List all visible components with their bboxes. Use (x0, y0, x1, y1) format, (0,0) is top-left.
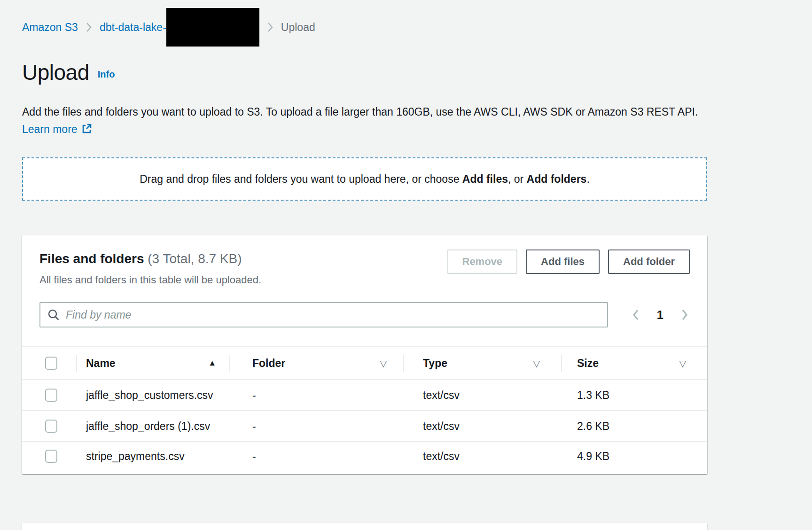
panel-subtitle: All files and folders in this table will… (39, 274, 261, 286)
next-page-button[interactable] (680, 308, 689, 322)
column-header-folder[interactable]: Folder▽ (229, 347, 403, 380)
sort-icon: ▽ (380, 358, 387, 369)
info-link[interactable]: Info (98, 69, 115, 79)
page-number[interactable]: 1 (657, 308, 664, 322)
table-row: stripe_payments.csv - text/csv 4.9 KB (22, 442, 707, 472)
pagination: 1 (632, 308, 689, 322)
file-type: text/csv (403, 442, 561, 472)
table-row: jaffle_shop_customers.csv - text/csv 1.3… (22, 380, 707, 411)
chevron-right-icon (680, 308, 689, 322)
next-section-card-edge (22, 523, 707, 530)
select-all-checkbox[interactable] (45, 357, 57, 370)
file-size: 4.9 KB (561, 442, 707, 472)
table-header-row: Name▲ Folder▽ Type▽ Size▽ (22, 347, 707, 380)
breadcrumb-bucket-label[interactable]: dbt-data-lake- (100, 21, 166, 34)
breadcrumb-amazon-s3-link[interactable]: Amazon S3 (22, 21, 78, 34)
learn-more-link[interactable]: Learn more (22, 123, 92, 135)
panel-actions: Remove Add files Add folder (447, 249, 690, 274)
panel-header: Files and folders (3 Total, 8.7 KB) All … (22, 251, 707, 286)
column-header-type[interactable]: Type▽ (403, 347, 561, 380)
search-icon (47, 308, 60, 321)
file-name: stripe_payments.csv (76, 442, 229, 472)
redacted-bucket-name (166, 8, 259, 47)
chevron-left-icon (632, 308, 640, 322)
chevron-right-icon (85, 21, 93, 33)
title-row: UploadInfo (22, 59, 707, 86)
breadcrumb-current-upload: Upload (281, 21, 315, 34)
file-folder: - (229, 380, 403, 411)
row-checkbox[interactable] (45, 389, 57, 402)
file-folder: - (229, 442, 403, 472)
sort-icon: ▽ (679, 358, 686, 369)
sort-ascending-icon: ▲ (208, 359, 216, 368)
files-table: Name▲ Folder▽ Type▽ Size▽ jaffle_s (22, 346, 707, 472)
external-link-icon (81, 122, 92, 140)
breadcrumb-bucket-link[interactable]: dbt-data-lake- (100, 8, 259, 47)
chevron-right-icon (266, 21, 274, 33)
row-checkbox[interactable] (45, 420, 57, 433)
file-size: 1.3 KB (561, 380, 707, 411)
page-title: Upload (22, 60, 89, 85)
s3-upload-page: Amazon S3 dbt-data-lake- Upload UploadIn… (0, 0, 812, 530)
column-label-name: Name (86, 357, 116, 370)
column-label-size: Size (577, 357, 599, 370)
file-name: jaffle_shop_customers.csv (76, 380, 229, 411)
sort-icon: ▽ (533, 358, 540, 369)
breadcrumb: Amazon S3 dbt-data-lake- Upload (22, 21, 707, 34)
file-size: 2.6 KB (561, 411, 707, 442)
files-and-folders-panel: Files and folders (3 Total, 8.7 KB) All … (22, 235, 707, 474)
panel-count: (3 Total, 8.7 KB) (148, 251, 242, 266)
table-row: jaffle_shop_orders (1).csv - text/csv 2.… (22, 411, 707, 442)
add-files-button[interactable]: Add files (526, 249, 600, 274)
table-toolbar: 1 (22, 302, 707, 327)
panel-header-text: Files and folders (3 Total, 8.7 KB) All … (39, 251, 261, 286)
previous-page-button[interactable] (632, 308, 640, 322)
file-type: text/csv (403, 380, 561, 411)
file-type: text/csv (403, 411, 561, 442)
file-name: jaffle_shop_orders (1).csv (76, 411, 229, 442)
dropzone-text: Drag and drop files and folders you want… (140, 173, 590, 186)
search-box[interactable] (39, 302, 608, 327)
search-input[interactable] (66, 303, 601, 327)
learn-more-label: Learn more (22, 123, 78, 135)
drag-and-drop-zone[interactable]: Drag and drop files and folders you want… (22, 157, 707, 201)
column-header-name[interactable]: Name▲ (76, 347, 229, 380)
column-label-folder: Folder (252, 357, 285, 370)
file-folder: - (229, 411, 403, 442)
row-checkbox[interactable] (45, 450, 57, 463)
column-header-size[interactable]: Size▽ (561, 347, 707, 380)
panel-title: Files and folders (3 Total, 8.7 KB) (39, 251, 261, 266)
page-description: Add the files and folders you want to up… (22, 103, 703, 140)
select-all-header (22, 347, 76, 380)
description-text: Add the files and folders you want to up… (22, 106, 698, 118)
remove-button[interactable]: Remove (447, 249, 518, 274)
add-folder-button[interactable]: Add folder (608, 249, 690, 274)
column-label-type: Type (423, 357, 447, 370)
